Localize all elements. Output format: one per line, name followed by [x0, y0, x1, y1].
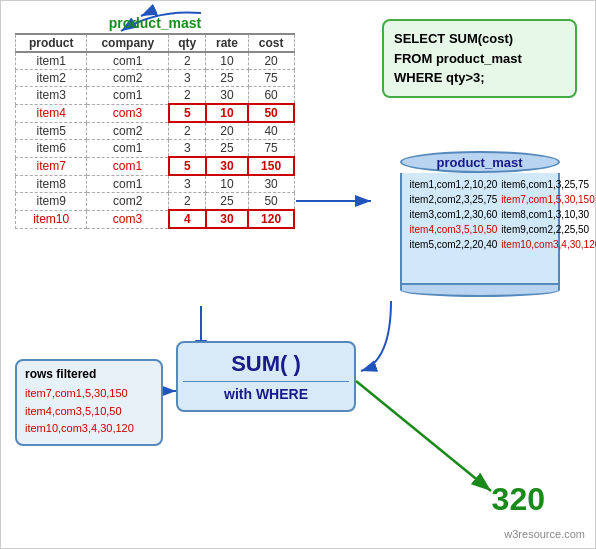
watermark: w3resource.com: [504, 528, 585, 540]
table-cell-rate: 10: [206, 175, 248, 193]
table-cell-company: com3: [87, 210, 169, 228]
table-row: item4com351050: [16, 104, 295, 122]
table-cell-company: com1: [87, 157, 169, 175]
table-header-cost: cost: [248, 34, 294, 52]
table-cell-qty: 3: [169, 175, 206, 193]
table-cell-qty: 5: [169, 157, 206, 175]
sum-title: SUM( ): [183, 351, 349, 377]
table-cell-product: item8: [16, 175, 87, 193]
table-cell-product: item9: [16, 193, 87, 211]
table-cell-cost: 120: [248, 210, 294, 228]
table-cell-product: item10: [16, 210, 87, 228]
table-header-rate: rate: [206, 34, 248, 52]
db-entry: item6,com1,3,25,75: [501, 177, 596, 192]
table-cell-product: item4: [16, 104, 87, 122]
table-header-qty: qty: [169, 34, 206, 52]
table-cell-product: item2: [16, 70, 87, 87]
table-cell-cost: 50: [248, 193, 294, 211]
table-cell-rate: 25: [206, 140, 248, 158]
table-cell-company: com1: [87, 52, 169, 70]
db-body: item1,com1,2,10,20item6,com1,3,25,75item…: [400, 173, 560, 283]
db-cylinder: product_mast item1,com1,2,10,20item6,com…: [382, 151, 577, 297]
db-cylinder-title: product_mast: [402, 153, 558, 172]
table-cell-rate: 30: [206, 157, 248, 175]
table-cell-rate: 25: [206, 70, 248, 87]
db-entry: item5,com2,2,20,40: [410, 237, 502, 252]
filtered-box: rows filtered item7,com1,5,30,150item4,c…: [15, 359, 163, 446]
table-cell-qty: 5: [169, 104, 206, 122]
table-cell-company: com2: [87, 70, 169, 87]
result-label: 320: [492, 481, 545, 518]
filtered-title: rows filtered: [25, 367, 153, 381]
table-cell-qty: 3: [169, 140, 206, 158]
table-cell-cost: 60: [248, 87, 294, 105]
table-title: product_mast: [15, 15, 295, 31]
db-row: item2,com2,3,25,75item7,com1,5,30,150: [410, 192, 597, 207]
table-row: item10com3430120: [16, 210, 295, 228]
db-row: item4,com3,5,10,50item9,com2,2,25,50: [410, 222, 597, 237]
table-cell-cost: 75: [248, 70, 294, 87]
table-cell-rate: 30: [206, 210, 248, 228]
db-bottom: [400, 283, 560, 297]
table-cell-company: com1: [87, 140, 169, 158]
db-entry: item2,com2,3,25,75: [410, 192, 502, 207]
sql-box: SELECT SUM(cost) FROM product_mast WHERE…: [382, 19, 577, 98]
main-container: product_mast productcompanyqtyratecostit…: [0, 0, 596, 549]
table-cell-cost: 150: [248, 157, 294, 175]
table-header-product: product: [16, 34, 87, 52]
table-header-company: company: [87, 34, 169, 52]
table-cell-company: com1: [87, 87, 169, 105]
db-entry: item1,com1,2,10,20: [410, 177, 502, 192]
db-row: item5,com2,2,20,40item10,com3,4,30,120: [410, 237, 597, 252]
sum-box: SUM( ) with WHERE: [176, 341, 356, 412]
table-cell-product: item6: [16, 140, 87, 158]
table-row: item9com222550: [16, 193, 295, 211]
data-table: productcompanyqtyratecostitem1com121020i…: [15, 33, 295, 229]
table-cell-cost: 50: [248, 104, 294, 122]
db-entries: item1,com1,2,10,20item6,com1,3,25,75item…: [410, 177, 550, 252]
db-row: item1,com1,2,10,20item6,com1,3,25,75: [410, 177, 597, 192]
filtered-row: item7,com1,5,30,150: [25, 385, 153, 403]
table-row: item3com123060: [16, 87, 295, 105]
filtered-row: item10,com3,4,30,120: [25, 420, 153, 438]
table-cell-qty: 2: [169, 122, 206, 140]
table-cell-cost: 75: [248, 140, 294, 158]
db-entry: item3,com1,2,30,60: [410, 207, 502, 222]
db-entry: item8,com1,3,10,30: [501, 207, 596, 222]
table-cell-qty: 2: [169, 193, 206, 211]
sql-line1: SELECT SUM(cost): [394, 31, 513, 46]
sql-line3: WHERE qty>3;: [394, 70, 485, 85]
table-cell-rate: 10: [206, 104, 248, 122]
table-cell-rate: 10: [206, 52, 248, 70]
table-area: product_mast productcompanyqtyratecostit…: [15, 15, 295, 229]
table-cell-rate: 25: [206, 193, 248, 211]
db-row: item3,com1,2,30,60item8,com1,3,10,30: [410, 207, 597, 222]
table-cell-product: item1: [16, 52, 87, 70]
sum-subtitle: with WHERE: [183, 381, 349, 402]
table-row: item7com1530150: [16, 157, 295, 175]
table-cell-qty: 3: [169, 70, 206, 87]
table-cell-product: item5: [16, 122, 87, 140]
sql-line2: FROM product_mast: [394, 51, 522, 66]
db-entry: item10,com3,4,30,120: [501, 237, 596, 252]
table-cell-qty: 2: [169, 52, 206, 70]
table-cell-company: com3: [87, 104, 169, 122]
db-entry: item7,com1,5,30,150: [501, 192, 596, 207]
db-entry: item9,com2,2,25,50: [501, 222, 596, 237]
table-cell-cost: 40: [248, 122, 294, 140]
table-cell-qty: 2: [169, 87, 206, 105]
table-row: item1com121020: [16, 52, 295, 70]
table-cell-cost: 30: [248, 175, 294, 193]
table-cell-company: com2: [87, 122, 169, 140]
filtered-row: item4,com3,5,10,50: [25, 403, 153, 421]
table-row: item2com232575: [16, 70, 295, 87]
table-row: item6com132575: [16, 140, 295, 158]
table-cell-product: item7: [16, 157, 87, 175]
table-row: item8com131030: [16, 175, 295, 193]
db-entry: item4,com3,5,10,50: [410, 222, 502, 237]
table-cell-cost: 20: [248, 52, 294, 70]
db-top: product_mast: [400, 151, 560, 173]
table-cell-product: item3: [16, 87, 87, 105]
table-cell-qty: 4: [169, 210, 206, 228]
filtered-entries: item7,com1,5,30,150item4,com3,5,10,50ite…: [25, 385, 153, 438]
